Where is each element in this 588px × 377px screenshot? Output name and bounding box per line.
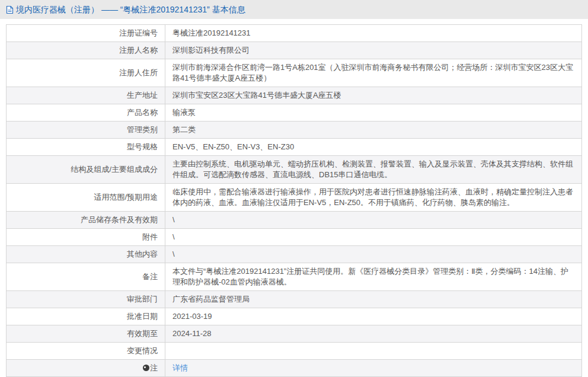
page-title: 境内医疗器械（注册） —— “粤械注准20192141231” 基本信息 (16, 0, 245, 19)
table-row-intended-use: 适用范围/预期用途 临床使用中，需配合输液器进行输液操作，用于医院内对患者进行恒… (7, 184, 582, 212)
row-value: 2021-03-19 (165, 308, 582, 325)
row-value: 深圳市宝安区23区大宝路41号德丰盛大厦A座五楼 (165, 87, 582, 104)
table-row-registrant-address: 注册人住所 深圳市前海深港合作区前湾一路1号A栋201室（入驻深圳市前海商务秘书… (7, 59, 582, 87)
row-label: 产品储存条件及有效期 (7, 212, 165, 229)
table-row-production-address: 生产地址 深圳市宝安区23区大宝路41号德丰盛大厦A座五楼 (7, 87, 582, 104)
table-row-model-spec: 型号规格 EN-V5、EN-Z50、EN-V3、EN-Z30 (7, 139, 582, 156)
row-value: 输液泵 (165, 104, 582, 122)
table-row-management-category: 管理类别 第二类 (7, 122, 582, 139)
row-value: EN-V5、EN-Z50、EN-V3、EN-Z30 (165, 139, 582, 156)
row-label: 注册证编号 (7, 25, 165, 42)
table-row-registrant-name: 注册人名称 深圳影迈科技有限公司 (7, 42, 582, 59)
note-label-text: 注 (150, 363, 158, 372)
row-value: 广东省药品监督管理局 (165, 291, 582, 308)
row-label: 有效期至 (7, 325, 165, 343)
row-value: 深圳影迈科技有限公司 (165, 42, 582, 59)
row-value: 主要由控制系统、电机驱动单元、蠕动挤压机构、检测装置、报警装置、输入及显示装置、… (165, 156, 582, 184)
row-value: \ (165, 212, 582, 229)
note-bulb-icon (143, 365, 149, 371)
row-label: 注册人名称 (7, 42, 165, 59)
row-value: 临床使用中，需配合输液器进行输液操作，用于医院内对患者进行恒速静脉输注药液、血液… (165, 184, 582, 212)
table-row-product-name: 产品名称 输液泵 (7, 104, 582, 122)
row-value (165, 343, 582, 360)
row-label: 产品名称 (7, 104, 165, 122)
registration-info-table: 注册证编号 粤械注准20192141231 注册人名称 深圳影迈科技有限公司 注… (6, 24, 582, 377)
row-value: 深圳市前海深港合作区前湾一路1号A栋201室（入驻深圳市前海商务秘书有限公司；经… (165, 59, 582, 87)
row-label: 型号规格 (7, 139, 165, 156)
row-value: \ (165, 229, 582, 246)
row-label: 变更情况 (7, 343, 165, 360)
row-value: 本文件与“粤械注准20192141231”注册证共同使用。新《医疗器械分类目录》… (165, 263, 582, 291)
row-value: 详情 (165, 360, 582, 377)
table-row-remarks: 备注 本文件与“粤械注准20192141231”注册证共同使用。新《医疗器械分类… (7, 263, 582, 291)
table-row-attachments: 附件 \ (7, 229, 582, 246)
page-header: 境内医疗器械（注册） —— “粤械注准20192141231” 基本信息 (0, 0, 588, 19)
row-label: 注 (7, 360, 165, 377)
document-icon (6, 5, 14, 14)
row-value: 第二类 (165, 122, 582, 139)
row-label: 审批部门 (7, 291, 165, 308)
row-label: 管理类别 (7, 122, 165, 139)
table-row-approval-date: 批准日期 2021-03-19 (7, 308, 582, 325)
row-value: 2024-11-28 (165, 325, 582, 343)
table-row-registration-number: 注册证编号 粤械注准20192141231 (7, 25, 582, 42)
row-value: \ (165, 246, 582, 263)
table-row-other-content: 其他内容 \ (7, 246, 582, 263)
row-label: 备注 (7, 263, 165, 291)
row-label: 其他内容 (7, 246, 165, 263)
row-label: 生产地址 (7, 87, 165, 104)
row-label: 注册人住所 (7, 59, 165, 87)
row-label: 适用范围/预期用途 (7, 184, 165, 212)
row-label: 批准日期 (7, 308, 165, 325)
row-label: 结构及组成/主要组成成分 (7, 156, 165, 184)
table-row-storage-conditions: 产品储存条件及有效期 \ (7, 212, 582, 229)
table-row-structure-composition: 结构及组成/主要组成成分 主要由控制系统、电机驱动单元、蠕动挤压机构、检测装置、… (7, 156, 582, 184)
table-row-approval-department: 审批部门 广东省药品监督管理局 (7, 291, 582, 308)
table-row-note: 注 详情 (7, 360, 582, 377)
table-row-valid-until: 有效期至 2024-11-28 (7, 325, 582, 343)
row-value: 粤械注准20192141231 (165, 25, 582, 42)
row-label: 附件 (7, 229, 165, 246)
details-link[interactable]: 详情 (172, 363, 188, 372)
table-row-change-status: 变更情况 (7, 343, 582, 360)
